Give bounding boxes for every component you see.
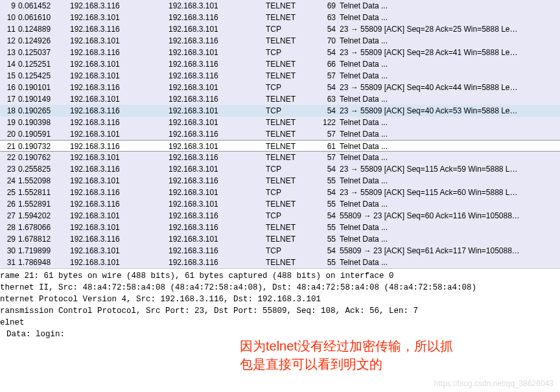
col-time: 0.125037 bbox=[18, 47, 65, 58]
packet-row[interactable]: 90.061452192.168.3.116192.168.3.101TELNE… bbox=[0, 0, 560, 12]
col-no: 25 bbox=[0, 187, 18, 198]
packet-row[interactable]: 120.124926192.168.3.101192.168.3.116TELN… bbox=[0, 35, 560, 47]
packet-row[interactable]: 130.125037192.168.3.116192.168.3.101TCP5… bbox=[0, 47, 560, 58]
packet-list[interactable]: 90.061452192.168.3.116192.168.3.101TELNE… bbox=[0, 0, 560, 268]
packet-row[interactable]: 190.190398192.168.3.116192.168.3.101TELN… bbox=[0, 117, 560, 128]
col-dst: 192.168.3.101 bbox=[169, 117, 266, 128]
col-time: 1.678812 bbox=[18, 233, 65, 245]
packet-row[interactable]: 220.190762192.168.3.101192.168.3.116TELN… bbox=[0, 152, 560, 163]
col-dst: 192.168.3.116 bbox=[169, 12, 266, 23]
col-info: Telnet Data ... bbox=[340, 257, 560, 268]
detail-telnet[interactable]: elnet bbox=[0, 317, 560, 329]
col-info: Telnet Data ... bbox=[340, 93, 560, 105]
col-proto: TELNET bbox=[266, 35, 315, 47]
packet-row[interactable]: 301.719899192.168.3.101192.168.3.116TCP5… bbox=[0, 245, 560, 257]
col-no: 23 bbox=[0, 163, 18, 175]
col-src: 192.168.3.101 bbox=[65, 152, 169, 163]
packet-row[interactable]: 110.124889192.168.3.116192.168.3.101TCP5… bbox=[0, 23, 560, 35]
packet-row[interactable]: 160.190101192.168.3.116192.168.3.101TCP5… bbox=[0, 82, 560, 93]
packet-row[interactable]: 311.786948192.168.3.101192.168.3.116TELN… bbox=[0, 257, 560, 268]
packet-row[interactable]: 170.190149192.168.3.101192.168.3.116TELN… bbox=[0, 93, 560, 105]
col-dst: 192.168.3.116 bbox=[169, 128, 266, 140]
col-info: 55809 → 23 [ACK] Seq=61 Ack=117 Win=1050… bbox=[340, 245, 560, 257]
col-time: 1.719899 bbox=[18, 245, 65, 257]
col-proto: TCP bbox=[266, 163, 315, 175]
col-dst: 192.168.3.101 bbox=[169, 187, 266, 198]
col-proto: TELNET bbox=[266, 222, 315, 233]
col-len: 55 bbox=[315, 175, 340, 187]
packet-row[interactable]: 281.678066192.168.3.101192.168.3.116TELN… bbox=[0, 222, 560, 233]
packet-row[interactable]: 241.552098192.168.3.101192.168.3.116TELN… bbox=[0, 175, 560, 187]
packet-details-pane[interactable]: rame 21: 61 bytes on wire (488 bits), 61… bbox=[0, 268, 560, 365]
packet-row[interactable]: 100.061610192.168.3.101192.168.3.116TELN… bbox=[0, 12, 560, 23]
col-src: 192.168.3.101 bbox=[65, 35, 169, 47]
col-time: 1.678066 bbox=[18, 222, 65, 233]
col-info: 23 → 55809 [ACK] Seq=115 Ack=59 Win=5888… bbox=[340, 163, 560, 175]
col-len: 54 bbox=[315, 163, 340, 175]
detail-frame[interactable]: rame 21: 61 bytes on wire (488 bits), 61… bbox=[0, 270, 560, 282]
packet-row[interactable]: 261.552891192.168.3.116192.168.3.101TELN… bbox=[0, 198, 560, 210]
detail-tcp[interactable]: ransmission Control Protocol, Src Port: … bbox=[0, 305, 560, 317]
detail-ip[interactable]: nternet Protocol Version 4, Src: 192.168… bbox=[0, 294, 560, 305]
col-no: 15 bbox=[0, 70, 18, 82]
col-no: 26 bbox=[0, 198, 18, 210]
col-len: 57 bbox=[315, 152, 340, 163]
col-proto: TELNET bbox=[266, 152, 315, 163]
col-proto: TELNET bbox=[266, 141, 315, 151]
col-src: 192.168.3.101 bbox=[65, 70, 169, 82]
col-proto: TELNET bbox=[266, 0, 315, 12]
col-info: Telnet Data ... bbox=[340, 152, 560, 163]
col-src: 192.168.3.101 bbox=[65, 222, 169, 233]
packet-row[interactable]: 150.125425192.168.3.101192.168.3.116TELN… bbox=[0, 70, 560, 82]
col-time: 1.552891 bbox=[18, 198, 65, 210]
col-no: 22 bbox=[0, 152, 18, 163]
packet-row[interactable]: 180.190265192.168.3.116192.168.3.101TCP5… bbox=[0, 105, 560, 117]
col-time: 0.190591 bbox=[18, 128, 65, 140]
col-proto: TCP bbox=[266, 82, 315, 93]
col-info: Telnet Data ... bbox=[340, 35, 560, 47]
col-dst: 192.168.3.101 bbox=[169, 163, 266, 175]
col-proto: TELNET bbox=[266, 233, 315, 245]
detail-ethernet[interactable]: thernet II, Src: 48:a4:72:58:a4:08 (48:a… bbox=[0, 282, 560, 294]
detail-telnet-data[interactable]: Data: login: bbox=[0, 329, 560, 340]
col-info: Telnet Data ... bbox=[340, 175, 560, 187]
col-time: 0.190732 bbox=[18, 141, 65, 151]
col-time: 0.124889 bbox=[18, 23, 65, 35]
col-info: 23 → 55809 [ACK] Seq=28 Ack=25 Win=5888 … bbox=[340, 23, 560, 35]
col-no: 30 bbox=[0, 245, 18, 257]
col-proto: TELNET bbox=[266, 198, 315, 210]
col-src: 192.168.3.101 bbox=[65, 257, 169, 268]
packet-row[interactable]: 200.190591192.168.3.101192.168.3.116TELN… bbox=[0, 128, 560, 140]
packet-row[interactable]: 140.125251192.168.3.101192.168.3.116TELN… bbox=[0, 58, 560, 70]
col-src: 192.168.3.101 bbox=[65, 12, 169, 23]
col-no: 10 bbox=[0, 12, 18, 23]
col-time: 0.125425 bbox=[18, 70, 65, 82]
col-proto: TELNET bbox=[266, 257, 315, 268]
col-info: 55809 → 23 [ACK] Seq=60 Ack=116 Win=1050… bbox=[340, 210, 560, 222]
col-no: 24 bbox=[0, 175, 18, 187]
col-src: 192.168.3.116 bbox=[65, 23, 169, 35]
col-dst: 192.168.3.116 bbox=[169, 210, 266, 222]
packet-row[interactable]: 271.594202192.168.3.101192.168.3.116TCP5… bbox=[0, 210, 560, 222]
col-len: 63 bbox=[315, 93, 340, 105]
col-src: 192.168.3.101 bbox=[65, 58, 169, 70]
col-proto: TCP bbox=[266, 187, 315, 198]
col-no: 13 bbox=[0, 47, 18, 58]
col-info: 23 → 55809 [ACK] Seq=28 Ack=41 Win=5888 … bbox=[340, 47, 560, 58]
col-len: 54 bbox=[315, 47, 340, 58]
packet-row[interactable]: 291.678812192.168.3.116192.168.3.101TELN… bbox=[0, 233, 560, 245]
packet-row[interactable]: 251.552811192.168.3.116192.168.3.101TCP5… bbox=[0, 187, 560, 198]
col-proto: TELNET bbox=[266, 58, 315, 70]
col-src: 192.168.3.116 bbox=[65, 0, 169, 12]
col-dst: 192.168.3.101 bbox=[169, 0, 266, 12]
col-dst: 192.168.3.116 bbox=[169, 93, 266, 105]
col-proto: TCP bbox=[266, 245, 315, 257]
packet-row[interactable]: 210.190732192.168.3.116192.168.3.101TELN… bbox=[0, 140, 560, 152]
col-time: 0.125251 bbox=[18, 58, 65, 70]
col-time: 0.061452 bbox=[18, 0, 65, 12]
col-proto: TELNET bbox=[266, 12, 315, 23]
col-src: 192.168.3.116 bbox=[65, 47, 169, 58]
col-time: 0.190149 bbox=[18, 93, 65, 105]
col-info: Telnet Data ... bbox=[340, 141, 560, 151]
packet-row[interactable]: 230.255825192.168.3.116192.168.3.101TCP5… bbox=[0, 163, 560, 175]
